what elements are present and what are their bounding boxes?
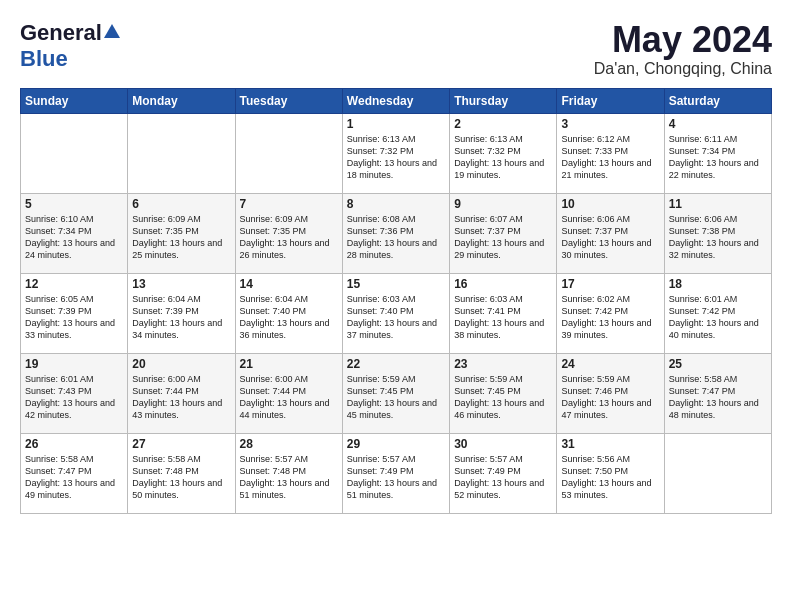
calendar-cell [21,113,128,193]
calendar-table: SundayMondayTuesdayWednesdayThursdayFrid… [20,88,772,514]
day-number: 6 [132,197,230,211]
calendar-cell: 8Sunrise: 6:08 AM Sunset: 7:36 PM Daylig… [342,193,449,273]
calendar-cell: 7Sunrise: 6:09 AM Sunset: 7:35 PM Daylig… [235,193,342,273]
day-number: 26 [25,437,123,451]
day-number: 21 [240,357,338,371]
day-header: Saturday [664,88,771,113]
calendar-cell: 29Sunrise: 5:57 AM Sunset: 7:49 PM Dayli… [342,433,449,513]
calendar-cell: 28Sunrise: 5:57 AM Sunset: 7:48 PM Dayli… [235,433,342,513]
title-block: May 2024 Da'an, Chongqing, China [594,20,772,78]
calendar-cell: 26Sunrise: 5:58 AM Sunset: 7:47 PM Dayli… [21,433,128,513]
day-info: Sunrise: 6:01 AM Sunset: 7:42 PM Dayligh… [669,293,767,342]
day-header: Thursday [450,88,557,113]
day-info: Sunrise: 5:57 AM Sunset: 7:48 PM Dayligh… [240,453,338,502]
calendar-cell: 16Sunrise: 6:03 AM Sunset: 7:41 PM Dayli… [450,273,557,353]
day-info: Sunrise: 6:09 AM Sunset: 7:35 PM Dayligh… [240,213,338,262]
day-number: 11 [669,197,767,211]
day-number: 29 [347,437,445,451]
logo-blue: Blue [20,46,68,71]
day-info: Sunrise: 6:00 AM Sunset: 7:44 PM Dayligh… [240,373,338,422]
logo: General Blue [20,20,120,72]
calendar-cell [128,113,235,193]
day-info: Sunrise: 6:03 AM Sunset: 7:40 PM Dayligh… [347,293,445,342]
day-info: Sunrise: 5:59 AM Sunset: 7:45 PM Dayligh… [454,373,552,422]
day-number: 9 [454,197,552,211]
day-info: Sunrise: 5:59 AM Sunset: 7:45 PM Dayligh… [347,373,445,422]
calendar-cell: 11Sunrise: 6:06 AM Sunset: 7:38 PM Dayli… [664,193,771,273]
day-number: 31 [561,437,659,451]
day-info: Sunrise: 6:06 AM Sunset: 7:37 PM Dayligh… [561,213,659,262]
day-info: Sunrise: 6:00 AM Sunset: 7:44 PM Dayligh… [132,373,230,422]
day-header: Monday [128,88,235,113]
calendar-cell: 10Sunrise: 6:06 AM Sunset: 7:37 PM Dayli… [557,193,664,273]
location: Da'an, Chongqing, China [594,60,772,78]
calendar-cell: 24Sunrise: 5:59 AM Sunset: 7:46 PM Dayli… [557,353,664,433]
logo-general: General [20,20,102,46]
day-number: 16 [454,277,552,291]
day-info: Sunrise: 6:02 AM Sunset: 7:42 PM Dayligh… [561,293,659,342]
day-info: Sunrise: 5:56 AM Sunset: 7:50 PM Dayligh… [561,453,659,502]
day-number: 5 [25,197,123,211]
day-info: Sunrise: 6:13 AM Sunset: 7:32 PM Dayligh… [347,133,445,182]
calendar-cell: 21Sunrise: 6:00 AM Sunset: 7:44 PM Dayli… [235,353,342,433]
svg-marker-0 [104,24,120,38]
day-info: Sunrise: 6:06 AM Sunset: 7:38 PM Dayligh… [669,213,767,262]
day-info: Sunrise: 6:04 AM Sunset: 7:40 PM Dayligh… [240,293,338,342]
day-info: Sunrise: 6:01 AM Sunset: 7:43 PM Dayligh… [25,373,123,422]
calendar-cell: 25Sunrise: 5:58 AM Sunset: 7:47 PM Dayli… [664,353,771,433]
day-info: Sunrise: 5:58 AM Sunset: 7:47 PM Dayligh… [25,453,123,502]
page-header: General Blue May 2024 Da'an, Chongqing, … [20,20,772,78]
logo-icon [104,24,120,42]
day-number: 20 [132,357,230,371]
calendar-cell: 6Sunrise: 6:09 AM Sunset: 7:35 PM Daylig… [128,193,235,273]
day-number: 25 [669,357,767,371]
calendar-cell [664,433,771,513]
day-info: Sunrise: 5:59 AM Sunset: 7:46 PM Dayligh… [561,373,659,422]
day-info: Sunrise: 6:04 AM Sunset: 7:39 PM Dayligh… [132,293,230,342]
day-info: Sunrise: 6:09 AM Sunset: 7:35 PM Dayligh… [132,213,230,262]
day-header: Sunday [21,88,128,113]
calendar-cell: 13Sunrise: 6:04 AM Sunset: 7:39 PM Dayli… [128,273,235,353]
day-info: Sunrise: 6:11 AM Sunset: 7:34 PM Dayligh… [669,133,767,182]
day-info: Sunrise: 6:10 AM Sunset: 7:34 PM Dayligh… [25,213,123,262]
day-number: 4 [669,117,767,131]
day-header: Wednesday [342,88,449,113]
day-header: Friday [557,88,664,113]
day-number: 15 [347,277,445,291]
calendar-cell: 27Sunrise: 5:58 AM Sunset: 7:48 PM Dayli… [128,433,235,513]
month-title: May 2024 [594,20,772,60]
calendar-cell: 9Sunrise: 6:07 AM Sunset: 7:37 PM Daylig… [450,193,557,273]
day-info: Sunrise: 6:08 AM Sunset: 7:36 PM Dayligh… [347,213,445,262]
day-info: Sunrise: 6:13 AM Sunset: 7:32 PM Dayligh… [454,133,552,182]
day-number: 7 [240,197,338,211]
day-number: 8 [347,197,445,211]
calendar-cell: 23Sunrise: 5:59 AM Sunset: 7:45 PM Dayli… [450,353,557,433]
day-info: Sunrise: 6:05 AM Sunset: 7:39 PM Dayligh… [25,293,123,342]
day-number: 23 [454,357,552,371]
calendar-cell: 4Sunrise: 6:11 AM Sunset: 7:34 PM Daylig… [664,113,771,193]
day-number: 18 [669,277,767,291]
day-number: 12 [25,277,123,291]
calendar-cell: 14Sunrise: 6:04 AM Sunset: 7:40 PM Dayli… [235,273,342,353]
calendar-cell: 19Sunrise: 6:01 AM Sunset: 7:43 PM Dayli… [21,353,128,433]
day-number: 30 [454,437,552,451]
calendar-cell [235,113,342,193]
day-header: Tuesday [235,88,342,113]
day-number: 22 [347,357,445,371]
day-number: 1 [347,117,445,131]
day-info: Sunrise: 5:58 AM Sunset: 7:48 PM Dayligh… [132,453,230,502]
calendar-cell: 5Sunrise: 6:10 AM Sunset: 7:34 PM Daylig… [21,193,128,273]
day-number: 10 [561,197,659,211]
calendar-cell: 20Sunrise: 6:00 AM Sunset: 7:44 PM Dayli… [128,353,235,433]
day-number: 14 [240,277,338,291]
day-info: Sunrise: 5:57 AM Sunset: 7:49 PM Dayligh… [454,453,552,502]
calendar-cell: 18Sunrise: 6:01 AM Sunset: 7:42 PM Dayli… [664,273,771,353]
day-number: 13 [132,277,230,291]
day-info: Sunrise: 5:58 AM Sunset: 7:47 PM Dayligh… [669,373,767,422]
day-number: 24 [561,357,659,371]
day-number: 28 [240,437,338,451]
day-number: 27 [132,437,230,451]
day-number: 3 [561,117,659,131]
calendar-cell: 12Sunrise: 6:05 AM Sunset: 7:39 PM Dayli… [21,273,128,353]
day-number: 17 [561,277,659,291]
